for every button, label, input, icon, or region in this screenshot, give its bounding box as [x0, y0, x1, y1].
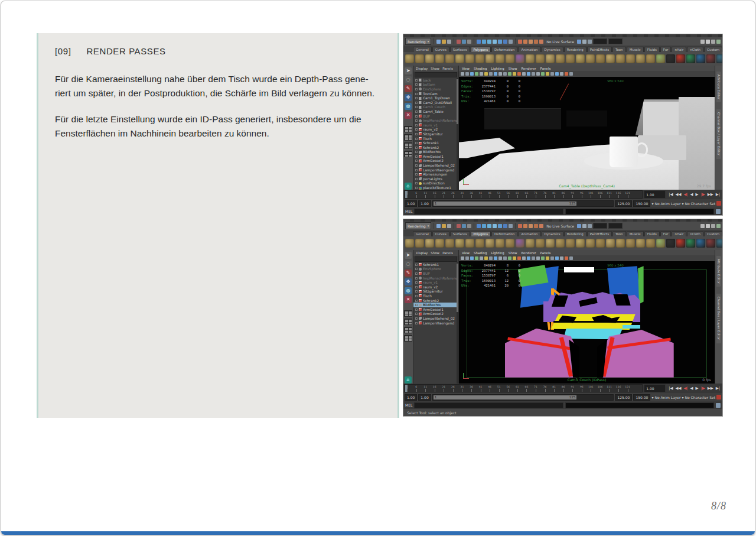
outliner-item[interactable]: raum_v2 — [413, 128, 458, 132]
snap-curve-icon[interactable] — [482, 224, 486, 228]
viewport-toggle-icon[interactable] — [480, 256, 483, 260]
input-icon[interactable] — [509, 224, 513, 228]
outliner-menu-panels[interactable]: Panels — [442, 251, 453, 255]
undo-icon[interactable] — [457, 224, 461, 228]
play-forwards-button[interactable]: ▶ — [695, 192, 699, 197]
polygon-primitive-icon[interactable] — [546, 239, 555, 248]
render-settings-icon[interactable] — [588, 40, 592, 44]
new-scene-icon[interactable] — [436, 40, 441, 44]
anim-layer-dropdown[interactable]: ▾No Anim Layer — [651, 202, 680, 206]
scale-tool-icon[interactable]: ✕ — [405, 296, 412, 303]
polygon-primitive-icon[interactable] — [536, 239, 545, 248]
viewport-toggle-icon[interactable] — [508, 256, 511, 260]
polygon-primitive-icon[interactable] — [656, 54, 665, 63]
skin-icon[interactable] — [716, 239, 722, 248]
polygon-primitive-icon[interactable] — [506, 54, 514, 63]
viewport-toggle-icon[interactable] — [546, 72, 549, 76]
expand-toggle-icon[interactable] — [415, 138, 418, 140]
go-to-end-button[interactable]: ▶| — [715, 192, 721, 197]
time-slider-track[interactable]: 1611162126313641465156616671768186919610… — [404, 384, 643, 392]
copy-icon[interactable] — [706, 40, 710, 44]
step-back-key-button[interactable]: ◀| — [683, 386, 688, 391]
expand-toggle-icon[interactable] — [415, 119, 418, 122]
snap-point-icon[interactable] — [487, 224, 491, 228]
quick-select-field[interactable] — [593, 223, 607, 229]
viewport-toggle-icon[interactable] — [498, 72, 502, 76]
mel-input[interactable] — [414, 209, 563, 215]
expand-toggle-icon[interactable] — [415, 97, 418, 99]
polygon-primitive-icon[interactable] — [465, 239, 474, 248]
expand-toggle-icon[interactable] — [415, 173, 418, 176]
shelf-tab-dynamics[interactable]: Dynamics — [542, 231, 563, 236]
scrollbar-thumb[interactable] — [457, 264, 458, 312]
expand-toggle-icon[interactable] — [415, 151, 418, 153]
time-slider-track[interactable]: 1611162126313641465156616671768186919610… — [404, 190, 643, 199]
outliner-item[interactable]: raum_v1 — [413, 123, 458, 128]
outliner-item[interactable]: ArmGessel1 — [413, 154, 458, 159]
playback-end-field[interactable]: 125.00 — [615, 394, 632, 401]
viewport-menu-show[interactable]: Show — [509, 67, 517, 70]
viewport-toggle-icon[interactable] — [470, 72, 474, 76]
snap-live-icon[interactable] — [503, 40, 507, 44]
lasso-tool-icon[interactable]: ◌ — [405, 76, 412, 83]
viewport-toggle-icon[interactable] — [565, 256, 568, 260]
viewport-menu-lighting[interactable]: Lighting — [491, 251, 504, 255]
layout-shortcut-button[interactable] — [404, 142, 412, 149]
cp-icon[interactable] — [686, 54, 695, 63]
outliner-item[interactable]: Schrank1 — [413, 262, 458, 267]
mod-icon[interactable] — [676, 54, 685, 63]
viewport-scene-id-pass[interactable]: Verts:84029480Edges:2377441120Faces:1538… — [459, 261, 715, 384]
polygon-primitive-icon[interactable] — [546, 54, 555, 63]
expand-toggle-icon[interactable] — [415, 313, 418, 315]
outliner-item[interactable]: LampenHaengend — [413, 321, 458, 326]
outliner-item[interactable]: Tisch — [413, 294, 458, 298]
paint-select-tool-icon[interactable]: ✎ — [405, 85, 412, 92]
viewport-toggle-icon[interactable] — [503, 256, 507, 260]
viewport-menu-renderer[interactable]: Renderer — [521, 67, 536, 70]
expand-toggle-icon[interactable] — [415, 133, 418, 135]
viewport-toggle-icon[interactable] — [470, 256, 474, 260]
character-set-dropdown[interactable]: ▾No Character Set — [682, 202, 715, 206]
outliner-item[interactable]: raum_v2 — [413, 285, 458, 290]
render-home-icon[interactable]: ⌂ — [405, 376, 412, 384]
viewport-toggle-icon[interactable] — [484, 72, 488, 76]
viewport-toggle-icon[interactable] — [498, 256, 502, 260]
list-icon[interactable] — [467, 40, 471, 44]
polygon-primitive-icon[interactable] — [475, 54, 484, 63]
viewport-toggle-icon[interactable] — [555, 72, 559, 76]
viewport-toggle-icon[interactable] — [489, 256, 493, 260]
tab-channel-box[interactable]: Channel Box / Layer Editor — [716, 109, 721, 158]
open-scene-icon[interactable] — [442, 224, 446, 228]
anim-layer-dropdown[interactable]: ▾No Anim Layer — [651, 395, 680, 399]
polygon-primitive-icon[interactable] — [415, 54, 424, 63]
step-back-frame-button[interactable]: ◀◀ — [674, 386, 682, 391]
expand-toggle-icon[interactable] — [415, 128, 418, 131]
help-icon[interactable] — [716, 224, 721, 228]
outliner-item[interactable]: Sitzgarnitur — [413, 132, 458, 137]
range-slider-bar[interactable]: 1125 — [434, 395, 576, 399]
viewport-toggle-icon[interactable] — [550, 256, 554, 260]
paint-select-tool-icon[interactable]: ✎ — [405, 269, 412, 277]
step-back-key-button[interactable]: ◀| — [683, 192, 688, 197]
expand-toggle-icon[interactable] — [415, 308, 418, 311]
shelf-tab-toon[interactable]: Toon — [612, 231, 626, 236]
viewport-menu-lighting[interactable]: Lighting — [491, 67, 504, 70]
expand-toggle-icon[interactable] — [415, 182, 418, 184]
shelf-tab-ncloth[interactable]: nCloth — [687, 47, 703, 52]
expand-toggle-icon[interactable] — [415, 115, 418, 118]
polygon-primitive-icon[interactable] — [566, 54, 575, 63]
polygon-primitive-icon[interactable] — [485, 54, 494, 63]
magnet-curve-icon[interactable] — [523, 40, 527, 44]
polygon-primitive-icon[interactable] — [506, 239, 514, 248]
step-fwd-frame-button[interactable]: ▶▶ — [707, 386, 714, 391]
outliner-item[interactable]: Cam3_Couch — [413, 105, 458, 110]
expand-toggle-icon[interactable] — [415, 88, 418, 90]
expand-toggle-icon[interactable] — [415, 277, 418, 280]
layout-shortcut-button[interactable] — [404, 310, 412, 317]
outliner-item[interactable]: BildRechts — [413, 150, 458, 155]
tab-attribute-editor[interactable]: Attribute Editor — [716, 72, 721, 102]
undo-icon[interactable] — [457, 40, 461, 44]
polygon-primitive-icon[interactable] — [646, 239, 655, 248]
list-icon[interactable] — [467, 224, 471, 228]
expand-toggle-icon[interactable] — [415, 102, 418, 104]
